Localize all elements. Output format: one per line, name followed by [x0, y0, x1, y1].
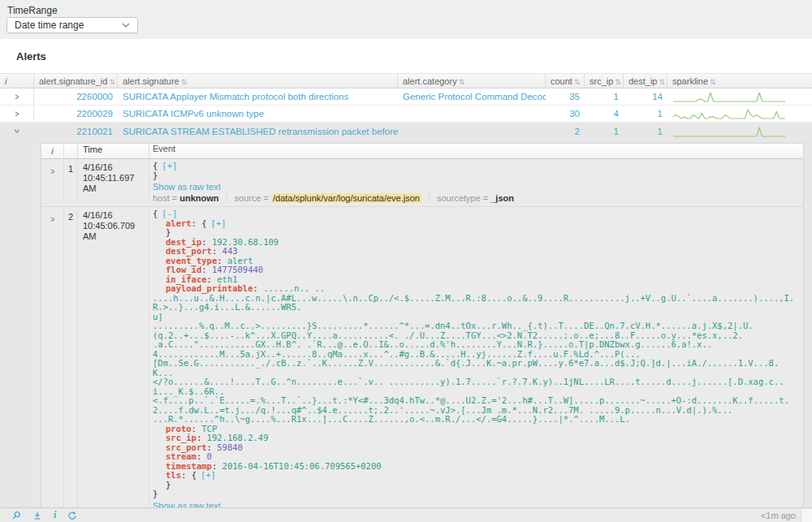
sort-icon: ⇅ [574, 78, 581, 86]
alert-row-expanded: > 2210021 SURICATA STREAM ESTABLISHED re… [0, 123, 812, 140]
alerts-table-header: i alert.signature_id⇅ alert.signature⇅ a… [0, 73, 812, 88]
timerange-dropdown-value: Date time range [15, 19, 84, 31]
refresh-time-ago: <1m ago [761, 511, 801, 520]
events-time-column: Time [78, 144, 149, 158]
json-key: timestamp [166, 461, 222, 471]
json-value: 192.168.2.49 [207, 433, 269, 442]
column-header-dest-ip[interactable]: dest_ip⇅ [624, 74, 667, 88]
signature-cell[interactable]: SURICATA ICMPv6 unknown type [118, 109, 398, 119]
event-number: 2 [64, 209, 78, 522]
expand-event-icon[interactable]: > [50, 214, 54, 224]
sort-icon: ⇅ [109, 78, 115, 86]
collapse-json-toggle[interactable]: [-] [162, 209, 177, 218]
column-header-category[interactable]: alert.category⇅ [398, 74, 546, 88]
src-ip-cell[interactable]: 4 [585, 109, 624, 119]
export-icon[interactable] [32, 511, 42, 520]
json-value: 2016-04-16T10:45:06.709565+0200 [222, 461, 382, 471]
json-value: 192.30.68.109 [212, 237, 279, 247]
column-header-info: i [0, 74, 34, 88]
event-body: {[+] } Show as raw text host=unknown sou… [149, 162, 803, 203]
scroll-corner [801, 509, 812, 522]
host-label: host [153, 193, 170, 203]
src-ip-cell[interactable]: 1 [585, 92, 624, 101]
event-json: {[-] alert{[+] } dest_ip192.30.68.109 de… [153, 209, 798, 499]
signature-cell[interactable]: SURICATA Applayer Mismatch protocol both… [118, 92, 398, 101]
sort-icon: ⇅ [181, 78, 188, 86]
json-value: 1477509440 [212, 265, 263, 274]
events-num-column [64, 144, 78, 158]
sourcetype-label: sourcetype [437, 193, 481, 203]
source-value[interactable]: /data/splunk/var/log/suricata/eve.json [271, 193, 421, 203]
panel-footer: i <1m ago [0, 507, 812, 522]
count-cell[interactable]: 35 [546, 92, 585, 101]
sort-icon: ⇅ [710, 78, 716, 86]
signature-cell[interactable]: SURICATA STREAM ESTABLISHED retransmissi… [118, 127, 398, 136]
events-table: i Time Event > 1 4/16/16 10:45:11.697 AM… [41, 143, 804, 522]
src-ip-cell[interactable]: 1 [585, 127, 624, 136]
payload-printable-text: ....h...u..&.H....c.n.|c.A#L...w.....\.n… [153, 294, 798, 425]
dest-ip-cell[interactable]: 1 [624, 127, 667, 136]
column-header-signature-id[interactable]: alert.signature_id⇅ [34, 74, 118, 88]
expand-row-icon[interactable]: > [15, 109, 19, 119]
search-icon[interactable] [11, 511, 21, 520]
timerange-label: TimeRange [0, 0, 812, 16]
alert-row: > 2260000 SURICATA Applayer Mismatch pro… [0, 88, 812, 106]
count-cell[interactable]: 2 [546, 127, 585, 136]
column-header-count[interactable]: count⇅ [546, 74, 585, 88]
json-key: in_iface [166, 274, 217, 284]
dest-ip-cell[interactable]: 14 [624, 92, 667, 101]
show-raw-text-link[interactable]: Show as raw text [153, 182, 798, 192]
signature-id-cell[interactable]: 2210021 [34, 127, 118, 136]
expand-json-toggle[interactable]: [+] [211, 218, 227, 228]
panel-title: Alerts [0, 39, 812, 73]
json-value: 443 [222, 246, 238, 256]
sparkline-cell [667, 107, 812, 120]
json-value: ......n.. .. [263, 283, 325, 293]
expand-json-toggle[interactable]: [+] [162, 161, 177, 170]
dest-ip-cell[interactable]: 1 [624, 109, 667, 119]
json-value: 59840 [217, 442, 243, 452]
expand-row-icon[interactable]: > [15, 92, 19, 101]
expand-json-toggle[interactable]: [+] [201, 470, 216, 480]
event-time: 4/16/16 10:45:11.697 AM [78, 162, 149, 203]
chevron-down-icon [122, 23, 130, 28]
events-table-header: i Time Event [41, 144, 803, 159]
sparkline-chart [672, 107, 786, 120]
sourcetype-value[interactable]: _json [490, 193, 514, 203]
host-value[interactable]: unknown [179, 193, 218, 203]
signature-id-cell[interactable]: 2260000 [34, 92, 118, 101]
expand-event-icon[interactable]: > [50, 166, 54, 176]
json-key: src_ip [166, 433, 207, 442]
event-body: {[-] alert{[+] } dest_ip192.30.68.109 de… [149, 209, 803, 522]
json-key: dest_port [166, 246, 222, 256]
timerange-dropdown[interactable]: Date time range [6, 17, 138, 33]
sparkline-chart [672, 125, 786, 138]
count-cell[interactable]: 30 [546, 109, 585, 119]
sparkline-chart [672, 90, 786, 103]
json-key: flow_id [166, 265, 212, 274]
event-row: > 1 4/16/16 10:45:11.697 AM {[+] } Show … [41, 159, 803, 207]
json-key: tls [166, 470, 192, 480]
json-key: event_type [166, 256, 227, 265]
sort-icon: ⇅ [459, 78, 465, 86]
json-value: alert [227, 256, 253, 265]
alert-row: > 2200029 SURICATA ICMPv6 unknown type 3… [0, 106, 812, 123]
category-cell[interactable]: Generic Protocol Command Decode [398, 92, 546, 101]
refresh-icon[interactable] [67, 511, 77, 520]
event-meta: host=unknown source=/data/splunk/var/log… [153, 193, 798, 203]
collapse-row-icon[interactable]: > [11, 129, 21, 133]
column-header-signature[interactable]: alert.signature⇅ [118, 74, 398, 88]
signature-id-cell[interactable]: 2200029 [34, 109, 118, 119]
sort-icon: ⇅ [659, 78, 665, 86]
events-event-column: Event [149, 144, 803, 158]
column-header-sparkline[interactable]: sparkline⇅ [667, 74, 812, 88]
expanded-row-detail: i Time Event > 1 4/16/16 10:45:11.697 AM… [0, 140, 812, 522]
json-key: stream [166, 451, 207, 461]
column-header-src-ip[interactable]: src_ip⇅ [585, 74, 624, 88]
json-value: eth1 [217, 274, 237, 284]
info-column-label: i [5, 76, 6, 86]
events-info-column: i [41, 144, 64, 158]
json-value: 0 [207, 451, 212, 461]
inspect-icon[interactable]: i [54, 509, 56, 521]
json-value: TCP [201, 424, 217, 434]
